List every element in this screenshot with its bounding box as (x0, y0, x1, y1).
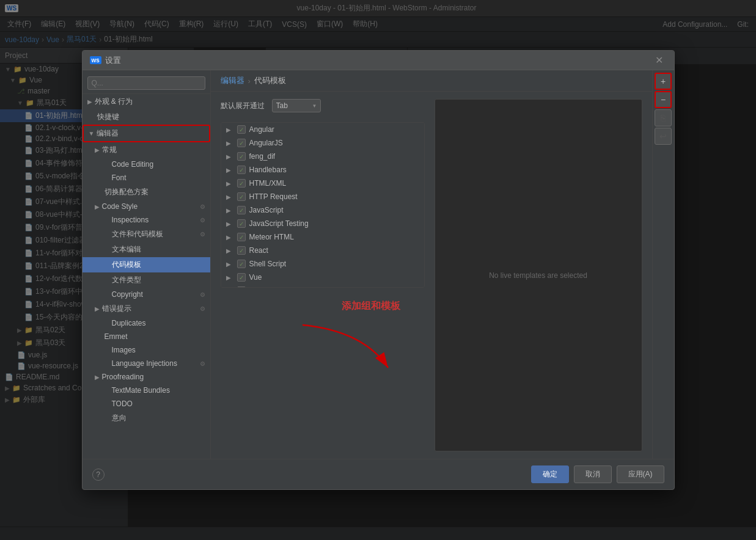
breadcrumb-parent[interactable]: 编辑器 (221, 75, 244, 86)
modal-toolbar: + − ⎘ ↩ (652, 70, 674, 459)
group-name-label: Handlebars (249, 166, 287, 174)
cancel-button[interactable]: 取消 (574, 465, 612, 483)
settings-icon: ⚙ (200, 305, 205, 312)
nav-item-file-code-templates[interactable]: 文件和代码模板 ⚙ (83, 227, 210, 242)
nav-item-inspections[interactable]: Inspections ⚙ (83, 213, 210, 227)
nav-item-codestyle[interactable]: ▶ Code Style ⚙ (83, 200, 210, 213)
template-group-row[interactable]: ▶ Handlebars (221, 163, 424, 177)
group-name-label: feng_dif (249, 152, 276, 161)
nav-expand-arrow: ▼ (89, 130, 95, 137)
group-checkbox[interactable] (237, 139, 246, 147)
group-checkbox[interactable] (237, 206, 246, 214)
nav-item-label: Code Editing (112, 160, 154, 169)
no-templates-message: No live templates are selected (489, 271, 587, 280)
group-expand-arrow: ▶ (226, 167, 233, 173)
nav-item-editor[interactable]: ▼ 编辑器 (83, 125, 210, 142)
group-checkbox[interactable] (237, 166, 246, 174)
ide-background: WS vue-10day - 01-初始用.html - WebStorm - … (0, 0, 756, 540)
nav-item-colorscheme[interactable]: 切换配色方案 (83, 184, 210, 200)
nav-item-error-hints[interactable]: ▶ 错误提示 ⚙ (83, 301, 210, 316)
group-checkbox[interactable] (237, 273, 246, 282)
nav-item-label: 切换配色方案 (105, 187, 149, 197)
nav-item-code-templates[interactable]: 代码模板 (83, 257, 210, 272)
group-expand-arrow: ▶ (226, 126, 233, 133)
group-expand-arrow: ▶ (226, 221, 233, 227)
template-group-row[interactable]: ▶ JavaScript Testing (221, 217, 424, 230)
apply-button[interactable]: 应用(A) (617, 465, 664, 483)
group-name-label: AngularJS (249, 139, 283, 147)
nav-item-emmet[interactable]: Emmet (83, 330, 210, 343)
group-expand-arrow: ▶ (226, 207, 233, 214)
settings-icon: ⚙ (200, 231, 205, 238)
group-name-label: Shell Script (249, 260, 287, 268)
nav-item-duplicates[interactable]: Duplicates (83, 316, 210, 330)
nav-item-file-types[interactable]: 文件类型 (83, 272, 210, 288)
template-group-row[interactable]: ▶ React (221, 244, 424, 257)
group-expand-arrow: ▶ (226, 234, 233, 241)
template-group-row[interactable]: ▶ Shell Script (221, 257, 424, 271)
nav-item-label: 文件和代码模板 (112, 229, 163, 239)
remove-template-button[interactable]: − (655, 91, 672, 108)
group-checkbox[interactable] (237, 246, 246, 255)
group-checkbox[interactable] (237, 152, 246, 161)
reset-template-button[interactable]: ↩ (655, 128, 672, 145)
nav-expand-arrow: ▶ (95, 147, 100, 153)
nav-item-todo[interactable]: TODO (83, 397, 210, 410)
help-button[interactable]: ? (92, 469, 105, 481)
settings-row: 默认展开通过 Tab Enter Space (221, 99, 425, 112)
nav-item-code-editing[interactable]: Code Editing (83, 158, 210, 171)
nav-item-intention[interactable]: 意向 (83, 410, 210, 426)
nav-item-language-injections[interactable]: Language Injections ⚙ (83, 357, 210, 370)
group-checkbox[interactable] (237, 192, 246, 201)
nav-item-font[interactable]: Font (83, 171, 210, 184)
nav-item-label: 代码模板 (112, 260, 141, 270)
nav-search-container (83, 73, 210, 94)
confirm-button[interactable]: 确定 (531, 465, 569, 483)
modal-footer: ? 确定 取消 应用(A) (83, 459, 674, 489)
template-group-row[interactable]: ▶ feng_dif (221, 150, 424, 163)
modal-ws-icon: ws (90, 56, 101, 64)
group-checkbox[interactable] (237, 219, 246, 228)
template-group-row[interactable]: ▶ Meteor HTML (221, 230, 424, 244)
group-name-label: HTTP Request (249, 192, 298, 201)
copy-template-button[interactable]: ⎘ (655, 109, 672, 126)
nav-item-images[interactable]: Images (83, 343, 210, 357)
nav-item-general[interactable]: ▶ 常规 (83, 142, 210, 158)
modal-close-button[interactable]: ✕ (651, 53, 667, 67)
nav-item-proofreading[interactable]: ▶ Proofreading (83, 370, 210, 384)
nav-item-text-editing[interactable]: 文本编辑 (83, 242, 210, 257)
group-name-label: React (249, 246, 268, 255)
settings-dialog: ws 设置 ✕ ▶ 外观 & 行为 (82, 50, 675, 490)
nav-search-input[interactable] (87, 76, 205, 90)
nav-item-shortcuts[interactable]: 快捷键 (83, 109, 210, 125)
nav-item-label: TODO (112, 400, 133, 408)
template-groups-list: ▶ Angular ▶ AngularJS (221, 122, 425, 288)
add-template-button[interactable]: + (655, 73, 672, 90)
nav-item-label: Emmet (105, 332, 128, 341)
nav-item-label: 错误提示 (102, 304, 131, 314)
expand-select[interactable]: Tab Enter Space (272, 99, 321, 112)
modal-body: ▶ 外观 & 行为 快捷键 ▼ 编辑器 ▶ 常规 (83, 70, 674, 459)
group-checkbox[interactable] (237, 233, 246, 241)
nav-item-copyright[interactable]: Copyright ⚙ (83, 288, 210, 301)
group-expand-arrow: ▶ (226, 153, 233, 160)
template-group-row[interactable]: ▶ HTTP Request (221, 190, 424, 203)
nav-item-label: 快捷键 (97, 112, 119, 122)
settings-icon: ⚙ (200, 291, 205, 298)
group-checkbox[interactable] (237, 125, 246, 134)
nav-item-label: Proofreading (102, 373, 144, 381)
nav-expand-arrow: ▶ (95, 203, 100, 210)
template-group-row[interactable]: ▶ Angular (221, 123, 424, 136)
nav-item-label: Images (112, 346, 136, 354)
nav-item-appearance[interactable]: ▶ 外观 & 行为 (83, 94, 210, 109)
nav-item-textmate[interactable]: TextMate Bundles (83, 384, 210, 397)
modal-title-bar: ws 设置 ✕ (83, 51, 674, 70)
group-checkbox[interactable] (237, 260, 246, 268)
group-checkbox[interactable] (237, 179, 246, 188)
template-group-row[interactable]: ▶ Vue (221, 271, 424, 284)
group-name-label: JavaScript Testing (249, 219, 309, 228)
nav-expand-arrow: ▶ (95, 305, 100, 312)
template-group-row[interactable]: ▶ HTML/XML (221, 177, 424, 190)
template-group-row[interactable]: ▶ AngularJS (221, 136, 424, 150)
template-group-row[interactable]: ▶ JavaScript (221, 203, 424, 217)
